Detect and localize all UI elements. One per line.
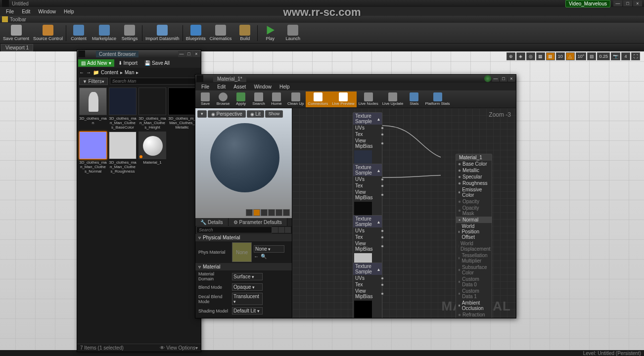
asset-item[interactable]: Material_1 — [138, 132, 166, 174]
physical-material-header[interactable]: ▿ Physical Material — [195, 234, 292, 241]
view-options-button[interactable]: 👁 View Options▾ — [160, 345, 198, 351]
asset-item[interactable]: 3D_clothes_man — [79, 88, 107, 130]
save-current-button[interactable]: Save Current — [1, 24, 31, 43]
details-search-input[interactable] — [196, 226, 272, 233]
vp-scale-snap-toggle[interactable]: ▨ — [587, 52, 596, 60]
maximize-button[interactable]: □ — [623, 0, 632, 6]
search-opt-icon[interactable] — [272, 227, 278, 233]
preview-menu-button[interactable]: ▾ — [197, 110, 207, 118]
cb-search-input[interactable] — [110, 78, 199, 85]
content-button[interactable]: Content — [67, 24, 90, 43]
me-menu-help[interactable]: Help — [276, 84, 294, 89]
vp-grid-snap-value[interactable]: 10 — [556, 52, 565, 60]
add-new-button[interactable]: ▤ Add New ▾ — [78, 59, 114, 67]
params-tab[interactable]: ⚙Parameter Defaults — [229, 218, 287, 226]
shape-cube-button[interactable] — [268, 209, 275, 216]
search-eye-icon[interactable] — [278, 227, 284, 233]
vp-scale-snap-value[interactable]: 0.25 — [597, 52, 610, 60]
vp-surface-icon[interactable]: ◈ — [516, 52, 525, 60]
me-live-nodes-button[interactable]: Live Nodes — [357, 91, 380, 107]
cb-tab[interactable]: Content Browser — [96, 51, 138, 57]
source-control-button[interactable]: Source Control — [31, 24, 65, 43]
phys-material-dropdown[interactable]: None ▾ — [254, 245, 284, 253]
close-button[interactable]: × — [633, 0, 642, 6]
blueprints-button[interactable]: Blueprints — [184, 24, 208, 43]
lit-button[interactable]: ◉ Lit — [247, 110, 264, 118]
decal-blend-dropdown[interactable]: Translucent ▾ — [232, 293, 263, 305]
vp-angle-snap-value[interactable]: 10° — [576, 52, 587, 60]
path-forward-button[interactable]: → — [86, 70, 91, 75]
shape-plane-button[interactable] — [261, 209, 268, 216]
cb-maximize-button[interactable]: □ — [185, 51, 192, 57]
phys-back-icon[interactable]: ← — [254, 254, 259, 259]
details-tab[interactable]: 🔧Details — [195, 218, 229, 226]
source-status-badge[interactable]: Video_Marvelous — [565, 0, 610, 7]
me-cleanup-button[interactable]: Clean Up — [285, 91, 306, 107]
cb-minimize-button[interactable]: — — [178, 51, 185, 57]
vp-pilot-icon[interactable]: ⊕ — [506, 52, 515, 60]
me-browse-button[interactable]: Browse — [214, 91, 232, 107]
me-menu-asset[interactable]: Asset — [230, 84, 250, 89]
path-back-button[interactable]: ← — [79, 70, 84, 75]
phys-material-swatch[interactable]: None — [232, 242, 252, 262]
me-apply-button[interactable]: Apply — [232, 91, 250, 107]
crumb-content[interactable]: Content — [101, 70, 118, 75]
viewport-tab[interactable]: Viewport 1 — [1, 44, 33, 51]
material-output-node[interactable]: Material_1 Base Color Metallic Specular … — [456, 154, 492, 318]
settings-button[interactable]: Settings — [118, 24, 141, 43]
import-button[interactable]: ⬇ Import — [115, 59, 140, 67]
me-tab[interactable]: Material_1* — [213, 76, 246, 82]
me-menu-window[interactable]: Window — [250, 84, 276, 89]
phys-browse-icon[interactable]: 🔍 — [261, 254, 267, 259]
asset-item[interactable]: 3D_clothes_man_Man_Clothes_Normal — [79, 132, 107, 174]
me-search-button[interactable]: Search — [250, 91, 268, 107]
build-button[interactable]: Build — [233, 24, 256, 43]
play-button[interactable]: Play — [259, 24, 281, 43]
material-section-header[interactable]: ▿ Material — [195, 263, 292, 270]
marketplace-button[interactable]: Marketplace — [90, 24, 118, 43]
me-minimize-button[interactable]: — — [492, 76, 499, 82]
vp-show-icon[interactable]: ◎ — [526, 52, 535, 60]
me-platform-stats-button[interactable]: Platform Stats — [423, 91, 452, 107]
me-live-preview-button[interactable]: Live Preview — [330, 91, 356, 107]
minimize-button[interactable]: — — [613, 0, 622, 6]
cinematics-button[interactable]: Cinematics — [208, 24, 234, 43]
vp-camera-speed-value[interactable]: 4 — [621, 52, 630, 60]
me-home-button[interactable]: Home — [268, 91, 285, 107]
me-close-button[interactable]: × — [508, 76, 515, 82]
vp-camera-speed-icon[interactable]: 📷 — [611, 52, 620, 60]
me-save-button[interactable]: Save — [196, 91, 214, 107]
me-stats-button[interactable]: Stats — [405, 91, 423, 107]
shape-sphere-button[interactable] — [253, 209, 260, 216]
shape-cylinder-button[interactable] — [246, 209, 253, 216]
texture-sample-node[interactable]: Texture Sample▴ UVs Tex View MipBias — [353, 263, 382, 318]
shape-mesh-button[interactable] — [276, 209, 282, 216]
shading-model-dropdown[interactable]: Default Lit ▾ — [232, 307, 263, 314]
texture-sample-node[interactable]: Texture Sample▴ UVs Tex View MipBias — [353, 164, 382, 221]
blend-mode-dropdown[interactable]: Opaque ▾ — [232, 283, 263, 291]
asset-item[interactable]: 3D_clothes_man_Man_Clothes_Roughness — [109, 132, 137, 174]
filters-button[interactable]: ▼ Filters▾ — [79, 78, 108, 85]
shape-grid-button[interactable] — [283, 209, 290, 216]
menu-window[interactable]: Window — [34, 9, 60, 14]
show-button[interactable]: Show — [265, 110, 283, 118]
me-preview-viewport[interactable]: ▾ ◉ Perspective ◉ Lit Show — [195, 108, 292, 218]
import-datasmith-button[interactable]: Import Datasmith — [143, 24, 182, 43]
menu-file[interactable]: File — [2, 9, 18, 14]
cb-close-button[interactable]: × — [193, 51, 200, 57]
asset-item[interactable]: 3D_clothes_man_Man_Clothes_BaseColor — [109, 88, 137, 130]
search-menu-icon[interactable] — [285, 227, 291, 233]
perspective-button[interactable]: ◉ Perspective — [208, 110, 246, 118]
crumb-man[interactable]: Man — [125, 70, 134, 75]
me-live-update-button[interactable]: Live Update — [380, 91, 406, 107]
me-connectors-button[interactable]: Connectors — [306, 91, 330, 107]
menu-edit[interactable]: Edit — [18, 9, 34, 14]
asset-item[interactable]: 3D_clothes_m_Man_Clothes_Metallic — [168, 88, 196, 130]
vp-maximize-button[interactable]: ⛶ — [631, 52, 640, 60]
save-all-button[interactable]: 💾 Save All — [141, 59, 173, 67]
launch-button[interactable]: Launch — [281, 24, 304, 43]
vp-grid-snap-toggle[interactable]: ▦ — [546, 52, 555, 60]
asset-item[interactable]: 3D_clothes_man_Man_Clothes_Height — [138, 88, 166, 130]
vp-realtime-icon[interactable]: ▦ — [536, 52, 545, 60]
texture-sample-node[interactable]: Texture Sample▴ UVs Tex View MipBias — [353, 112, 382, 170]
